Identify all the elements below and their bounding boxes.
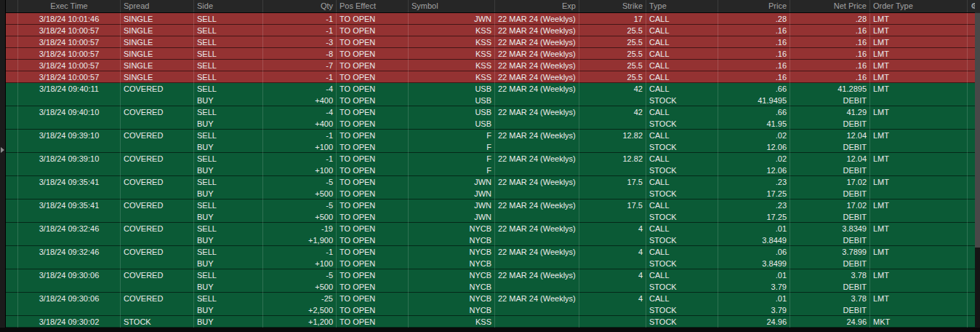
cell-qty: +100	[263, 141, 337, 153]
cell-gear	[968, 188, 975, 199]
cell-pad	[6, 211, 18, 223]
cell-pad	[6, 95, 18, 106]
cell-symbol: JWN	[409, 176, 495, 188]
order-row[interactable]: 3/18/24 10:00:57SINGLESELL-1TO OPENKSS22…	[6, 71, 975, 83]
cell-gear	[968, 130, 975, 141]
cell-pos_effect: TO OPEN	[337, 188, 409, 199]
cell-net_price: DEBIT	[790, 95, 870, 106]
cell-strike	[579, 316, 646, 328]
cell-side: BUY	[194, 234, 263, 246]
order-row[interactable]: 3/18/24 10:00:57SINGLESELL-3TO OPENKSS22…	[6, 36, 975, 48]
cell-exp	[495, 281, 579, 293]
column-header-strike[interactable]: Strike	[579, 0, 646, 12]
column-header-side[interactable]: Side	[194, 0, 263, 12]
cell-pos_effect: TO OPEN	[337, 153, 409, 165]
order-row[interactable]: 3/18/24 09:40:11COVEREDSELL-4TO OPENUSB2…	[6, 83, 975, 106]
cell-exp	[495, 258, 579, 269]
order-row[interactable]: 3/18/24 09:32:46COVEREDSELL-1TO OPENNYCB…	[6, 246, 975, 269]
cell-type: CALL	[646, 48, 718, 60]
column-header-order_type[interactable]: Order Type	[870, 0, 968, 12]
cell-spread: COVERED	[121, 199, 194, 211]
cell-net_price: .16	[790, 48, 870, 60]
order-row[interactable]: 3/18/24 10:00:57SINGLESELL-1TO OPENKSS22…	[6, 25, 975, 36]
order-leg: 3/18/24 09:32:46COVEREDSELL-19TO OPENNYC…	[6, 223, 975, 234]
order-row[interactable]: 3/18/24 09:30:06COVEREDSELL-25TO OPENNYC…	[6, 293, 975, 316]
cell-spread: SINGLE	[121, 71, 194, 83]
cell-qty: +2,500	[263, 304, 337, 316]
cell-symbol: KSS	[409, 60, 495, 71]
cell-pos_effect: TO OPEN	[337, 246, 409, 258]
cell-strike: 12.82	[579, 130, 646, 141]
cell-price: 3.8449	[718, 234, 790, 246]
order-row[interactable]: 3/18/24 09:39:10COVEREDSELL-1TO OPENF22 …	[6, 130, 975, 153]
cell-symbol: NYCB	[409, 258, 495, 269]
order-row[interactable]: 3/18/24 10:00:57SINGLESELL-8TO OPENKSS22…	[6, 48, 975, 60]
order-leg: 3/18/24 09:30:02STOCKBUY+1,200TO OPENKSS…	[6, 316, 975, 328]
cell-type: CALL	[646, 130, 718, 141]
cell-order_type: LMT	[870, 176, 968, 188]
cell-symbol: JWN	[409, 13, 495, 25]
cell-pad	[6, 246, 18, 258]
column-header-symbol[interactable]: Symbol	[409, 0, 495, 12]
cell-exp: 22 MAR 24 (Weeklys)	[495, 60, 579, 71]
column-header-qty[interactable]: Qty	[263, 0, 337, 12]
cell-price: 3.79	[718, 281, 790, 293]
order-leg: 3/18/24 09:30:06COVEREDSELL-25TO OPENNYC…	[6, 293, 975, 304]
cell-side: BUY	[194, 95, 263, 106]
cell-qty: +1,900	[263, 234, 337, 246]
cell-gear	[968, 165, 975, 176]
settings-gear-icon[interactable]: ⚙	[971, 0, 972, 12]
cell-net_price: DEBIT	[790, 165, 870, 176]
order-row[interactable]: 3/18/24 10:01:46SINGLESELL-1TO OPENJWN22…	[6, 13, 975, 25]
cell-gear	[968, 48, 975, 60]
order-row[interactable]: 3/18/24 09:35:41COVEREDSELL-5TO OPENJWN2…	[6, 176, 975, 199]
cell-qty: +500	[263, 281, 337, 293]
column-header-gear[interactable]: ⚙	[968, 0, 975, 12]
column-header-spread[interactable]: Spread	[121, 0, 194, 12]
column-header-price[interactable]: Price	[718, 0, 790, 12]
cell-net_price: .16	[790, 60, 870, 71]
column-header-pos_effect[interactable]: Pos Effect	[337, 0, 409, 12]
cell-strike	[579, 118, 646, 130]
order-leg: 3/18/24 09:40:10COVEREDSELL-4TO OPENUSB2…	[6, 106, 975, 118]
cell-net_price: 41.2895	[790, 83, 870, 95]
cell-type: STOCK	[646, 211, 718, 223]
cell-strike: 25.5	[579, 48, 646, 60]
cell-side: BUY	[194, 304, 263, 316]
cell-net_price: 3.7899	[790, 246, 870, 258]
scrollbar-thumb[interactable]	[975, 13, 980, 248]
cell-exp: 22 MAR 24 (Weeklys)	[495, 130, 579, 141]
cell-exec_time: 3/18/24 09:32:46	[18, 223, 121, 234]
cell-spread: SINGLE	[121, 48, 194, 60]
cell-order_type: LMT	[870, 223, 968, 234]
column-header-exec_time[interactable]: Exec Time	[18, 0, 121, 12]
cell-type: STOCK	[646, 281, 718, 293]
cell-side: SELL	[194, 106, 263, 118]
cell-gear	[968, 95, 975, 106]
cell-net_price: 3.8349	[790, 223, 870, 234]
order-row[interactable]: 3/18/24 09:35:41COVEREDSELL-5TO OPENJWN2…	[6, 199, 975, 223]
cell-symbol: JWN	[409, 188, 495, 199]
order-row[interactable]: 3/18/24 09:39:10COVEREDSELL-1TO OPENF22 …	[6, 153, 975, 176]
column-header-net_price[interactable]: Net Price	[790, 0, 870, 12]
cell-exp	[495, 304, 579, 316]
cell-pad	[6, 223, 18, 234]
vertical-scrollbar[interactable]	[975, 13, 980, 328]
cell-gear	[968, 304, 975, 316]
order-row[interactable]: 3/18/24 09:30:02STOCKBUY+1,200TO OPENKSS…	[6, 316, 975, 328]
cell-pos_effect: TO OPEN	[337, 36, 409, 48]
column-header-exp[interactable]: Exp	[495, 0, 579, 12]
cell-pad	[6, 25, 18, 36]
cell-order_type	[870, 281, 968, 293]
panel-resize-handle-icon[interactable]	[1, 147, 4, 153]
order-row[interactable]: 3/18/24 09:40:10COVEREDSELL-4TO OPENUSB2…	[6, 106, 975, 130]
cell-price: 41.95	[718, 118, 790, 130]
cell-gear	[968, 269, 975, 281]
order-row[interactable]: 3/18/24 10:00:57SINGLESELL-7TO OPENKSS22…	[6, 60, 975, 71]
left-panel-gutter	[0, 0, 6, 328]
column-header-type[interactable]: Type	[646, 0, 718, 12]
order-row[interactable]: 3/18/24 09:32:46COVEREDSELL-19TO OPENNYC…	[6, 223, 975, 246]
cell-gear	[968, 281, 975, 293]
order-row[interactable]: 3/18/24 09:30:06COVEREDSELL-5TO OPENNYCB…	[6, 269, 975, 293]
cell-price: 3.8499	[718, 258, 790, 269]
